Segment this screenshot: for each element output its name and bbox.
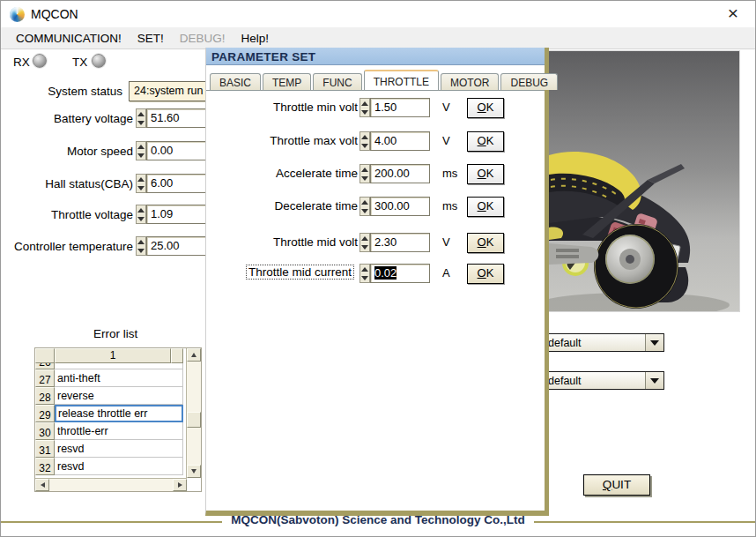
field-stepper[interactable] (359, 164, 370, 183)
profile-dropdown-2[interactable]: default (543, 371, 664, 390)
spinner-up-icon[interactable] (361, 200, 368, 205)
profile-dropdown-1[interactable]: default (543, 333, 664, 352)
ok-button[interactable]: OK (467, 233, 504, 253)
dialog-title-bar[interactable]: PARAMETER SET (206, 48, 545, 65)
spinner-up-icon[interactable] (137, 240, 145, 244)
field-stepper[interactable] (359, 197, 370, 216)
motor-speed-value[interactable]: 0.00 (146, 141, 208, 160)
field-value[interactable]: 300.00 (370, 197, 430, 216)
field-stepper[interactable] (359, 98, 370, 117)
tab-func[interactable]: FUNC (313, 73, 361, 90)
field-stepper[interactable] (359, 131, 370, 151)
table-row[interactable]: 27 anti-theft (35, 369, 201, 387)
row-text[interactable]: resvd (55, 458, 183, 475)
motor-speed-stepper[interactable] (136, 141, 146, 160)
table-row[interactable]: 28 reverse (35, 387, 201, 405)
ok-button[interactable]: OK (467, 264, 504, 284)
table-row[interactable]: 30 throttle-err (35, 422, 201, 440)
horizontal-scrollbar[interactable] (35, 478, 187, 491)
controller-temperature-label: Controller temperature (1, 240, 133, 253)
menu-communication[interactable]: COMMUNICATION! (8, 29, 130, 48)
dropdown-button[interactable] (645, 334, 663, 351)
row-text[interactable] (55, 363, 183, 369)
menu-set[interactable]: SET! (130, 29, 172, 48)
spinner-down-icon[interactable] (361, 144, 368, 148)
scroll-right-button[interactable] (173, 479, 187, 491)
battery-voltage-stepper[interactable] (136, 108, 146, 128)
footer-line-right (534, 521, 755, 523)
close-icon[interactable]: × (722, 3, 745, 24)
header-column-1[interactable]: 1 (55, 348, 171, 363)
tab-temp[interactable]: TEMP (263, 73, 311, 90)
spinner-up-icon[interactable] (361, 168, 368, 172)
hall-status-value[interactable]: 6.00 (146, 174, 208, 193)
row-text[interactable]: anti-theft (55, 369, 183, 387)
spinner-down-icon[interactable] (361, 176, 368, 181)
battery-voltage-value[interactable]: 51.60 (146, 108, 208, 128)
ok-button[interactable]: OK (467, 131, 504, 152)
spinner-down-icon[interactable] (361, 276, 368, 280)
spinner-down-icon[interactable] (137, 249, 145, 253)
spinner-up-icon[interactable] (137, 208, 145, 213)
field-row-throttle-max-volt: Throttle max volt 4.00 V OK (206, 131, 545, 152)
spinner-up-icon[interactable] (137, 145, 145, 149)
row-text[interactable]: throttle-err (55, 422, 183, 440)
field-value[interactable]: 1.50 (370, 98, 430, 117)
table-row-selected[interactable]: 29 release throttle err (35, 405, 201, 422)
spinner-up-icon[interactable] (361, 267, 368, 272)
table-row[interactable]: 32 resvd (35, 458, 201, 475)
spinner-up-icon[interactable] (137, 112, 145, 116)
row-text[interactable]: release throttle err (55, 405, 183, 422)
field-value[interactable]: 200.00 (370, 164, 430, 183)
field-value[interactable]: 2.30 (370, 233, 430, 252)
controller-temperature-stepper[interactable] (136, 236, 146, 256)
spinner-down-icon[interactable] (137, 153, 145, 158)
throttle-voltage-stepper[interactable] (136, 205, 146, 224)
dropdown-value: default (544, 337, 645, 349)
table-row[interactable]: 26 (35, 363, 201, 369)
spinner-down-icon[interactable] (361, 245, 368, 250)
row-text[interactable]: reverse (55, 387, 183, 405)
field-value-selected[interactable]: 0.02 (370, 264, 430, 283)
field-value[interactable]: 4.00 (370, 131, 430, 151)
tab-basic[interactable]: BASIC (210, 73, 261, 90)
field-stepper[interactable] (359, 233, 370, 252)
rx-label: RX (13, 56, 30, 69)
scrollbar-thumb[interactable] (187, 412, 201, 428)
table-row[interactable]: 31 resvd (35, 440, 201, 458)
ok-button[interactable]: OK (467, 164, 504, 184)
vertical-scrollbar[interactable] (186, 348, 201, 478)
ok-button[interactable]: OK (467, 98, 504, 118)
row-text[interactable]: resvd (55, 440, 183, 458)
spinner-down-icon[interactable] (137, 121, 145, 125)
spinner-up-icon[interactable] (361, 236, 368, 241)
menu-help[interactable]: Help! (233, 29, 278, 48)
chevron-down-icon (650, 378, 659, 384)
field-unit: ms (442, 199, 457, 213)
row-number: 28 (35, 387, 55, 405)
spinner-up-icon[interactable] (137, 177, 145, 182)
spinner-down-icon[interactable] (361, 209, 368, 213)
throttle-voltage-value[interactable]: 1.09 (146, 205, 208, 224)
spinner-up-icon[interactable] (361, 135, 368, 139)
spinner-up-icon[interactable] (361, 101, 368, 106)
field-stepper[interactable] (359, 264, 370, 283)
quit-button[interactable]: QUIT (583, 474, 650, 496)
scroll-up-button[interactable] (187, 348, 201, 362)
hall-status-stepper[interactable] (136, 174, 146, 193)
scroll-left-button[interactable] (35, 479, 49, 491)
spinner-down-icon[interactable] (137, 217, 145, 221)
dropdown-button[interactable] (645, 372, 663, 389)
field-label: Decelerate time (215, 199, 358, 213)
controller-temperature-value[interactable]: 25.00 (146, 236, 208, 256)
spinner-down-icon[interactable] (137, 186, 145, 190)
error-list-table: 1 26 27 anti-theft 28 reverse 29 release… (34, 347, 202, 492)
ok-button[interactable]: OK (467, 197, 504, 217)
tab-motor[interactable]: MOTOR (441, 73, 499, 90)
scroll-down-button[interactable] (187, 465, 201, 478)
field-unit: V (442, 235, 450, 249)
row-number: 29 (35, 405, 55, 422)
spinner-down-icon[interactable] (361, 110, 368, 115)
tab-debug[interactable]: DEBUG (500, 73, 558, 90)
tab-throttle[interactable]: THROTTLE (364, 70, 439, 90)
